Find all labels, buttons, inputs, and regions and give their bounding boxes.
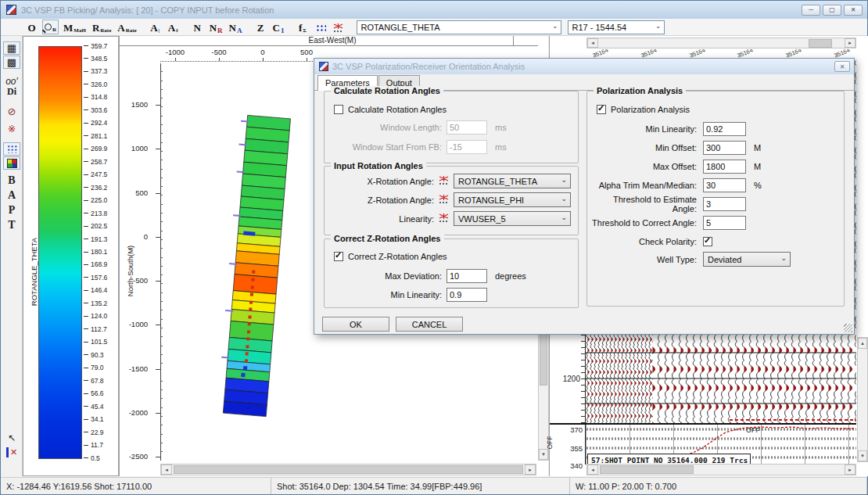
a-mode-icon[interactable]: A: [3, 188, 20, 202]
checkbox-label: Correct Z-Rotation Angles: [348, 252, 447, 261]
offset-curve-plot[interactable]: OFF 57:SHOT POINT NO 35164.000 219 Trcs: [585, 425, 856, 465]
scroll-right-icon[interactable]: [845, 465, 855, 475]
linearity-row: Linearity: VWUSER_5: [325, 211, 571, 226]
colorbar-tick: 359.7: [84, 41, 118, 50]
color-display-icon[interactable]: [3, 156, 20, 170]
min-linearity-field[interactable]: [447, 288, 487, 302]
colorbar-tick: 124.0: [84, 312, 118, 321]
scrollbar-thumb[interactable]: [809, 39, 832, 48]
z-rotation-row: Z-Rotation Angle: ROTANGLE_PHI: [325, 192, 571, 207]
colorbar-tick: 112.7: [84, 325, 118, 333]
max-offset-field[interactable]: [703, 160, 746, 174]
scroll-right-icon[interactable]: [525, 465, 536, 475]
calculate-rotation-checkbox[interactable]: [334, 105, 343, 114]
f-sum-icon[interactable]: fΣ: [295, 20, 310, 34]
amplitude-all-icon[interactable]: A‖: [166, 20, 181, 34]
colorbar-tick: 202.5: [84, 222, 118, 231]
amplitude-rate-icon[interactable]: ARate: [116, 20, 138, 34]
normalize-a-icon[interactable]: NA: [228, 20, 244, 34]
dialog-title-bar[interactable]: 3C VSP Polarization/Receiver Orientation…: [314, 59, 854, 74]
map-view-icon[interactable]: MMaH: [62, 20, 88, 34]
polarization-checkbox[interactable]: [597, 105, 606, 114]
threshold-correct-field[interactable]: [703, 216, 746, 230]
correct-z-row: Correct Z-Rotation Angles: [334, 249, 447, 264]
correct-z-checkbox[interactable]: [334, 252, 343, 261]
depth-tick-label: 1200: [554, 375, 580, 383]
check-polarity-checkbox[interactable]: [703, 237, 712, 246]
window-start-field[interactable]: [447, 140, 487, 154]
attribute-icon: [438, 213, 450, 223]
seismic-top-scrollbar[interactable]: [586, 38, 856, 48]
amplitude-single-icon[interactable]: A|: [148, 20, 163, 34]
b-mode-icon[interactable]: B: [3, 174, 20, 187]
no-edit-icon[interactable]: ⊘: [3, 105, 20, 118]
map-horizontal-scrollbar[interactable]: [160, 464, 536, 475]
attribute-icon[interactable]: [331, 20, 346, 34]
threshold-estimate-field[interactable]: [703, 197, 746, 211]
rotation-rate-icon[interactable]: RRate: [91, 20, 113, 34]
map-header: East-West(M): [120, 36, 538, 46]
side-toolbar: ▦ ▩ oo′ Di ⊘ ※ B A P T ↖ ✕: [1, 36, 23, 476]
main-toolbar: O R MMaH RRate ARate A| A‖ N NR NA Z C1 …: [1, 19, 867, 36]
z-rotation-select[interactable]: ROTANGLE_PHI: [454, 192, 571, 207]
window-title: 3C VSP FB Picking/ Analysis: [ 20] - COP…: [21, 5, 274, 15]
maximize-button[interactable]: [823, 5, 841, 16]
colorbar-tick: 22.9: [84, 428, 118, 436]
dot-grid-icon[interactable]: [3, 142, 20, 156]
dots-icon[interactable]: [313, 20, 328, 34]
dialog-close-icon[interactable]: [834, 61, 850, 72]
dialog-icon: [319, 62, 328, 71]
window-start-row: Window Start From FB: ms: [325, 139, 507, 154]
resize-grip[interactable]: [844, 324, 852, 332]
x-rotation-select[interactable]: ROTANGLE_THETA: [454, 174, 571, 188]
linearity-select[interactable]: VWUSER_5: [454, 211, 571, 226]
colorbar-tick: 168.9: [84, 260, 118, 269]
di-icon[interactable]: Di: [3, 85, 20, 99]
grid-icon[interactable]: ▩: [3, 56, 20, 69]
normalize-r-icon[interactable]: NR: [208, 20, 224, 34]
receiver-combobox[interactable]: R17 - 1544.54: [568, 20, 665, 34]
colorbar-ticks: 359.7348.5337.3326.0314.8303.6292.4281.1…: [84, 41, 118, 462]
zero-icon[interactable]: Z: [253, 20, 267, 34]
scroll-left-icon[interactable]: [587, 38, 598, 48]
rays-icon[interactable]: ※: [3, 122, 20, 135]
cursor-icon[interactable]: ↖: [3, 431, 20, 444]
scroll-left-icon[interactable]: [587, 465, 598, 475]
delete-pick-icon[interactable]: ✕: [3, 446, 20, 459]
scroll-right-icon[interactable]: [845, 38, 855, 48]
scroll-left-icon[interactable]: [161, 465, 172, 475]
p-mode-icon[interactable]: P: [3, 203, 20, 217]
cancel-button[interactable]: CANCEL: [396, 317, 463, 332]
minimize-button[interactable]: [802, 5, 820, 16]
max-deviation-row: Max Deviation: degrees: [325, 268, 526, 283]
max-deviation-field[interactable]: [447, 269, 487, 283]
well-type-select[interactable]: Deviated: [703, 252, 791, 267]
attribute-combobox[interactable]: ROTANGLE_THETA: [357, 20, 561, 34]
seismic-vertical-scrollbar[interactable]: [857, 337, 868, 462]
attribute-icon: [438, 175, 450, 185]
scroll-down-icon[interactable]: [858, 450, 867, 461]
colorbar-tick: 337.3: [84, 67, 118, 76]
ok-button[interactable]: OK: [322, 317, 389, 332]
zoom-icon[interactable]: R: [42, 20, 59, 34]
scrollbar-thumb[interactable]: [600, 465, 694, 474]
scroll-up-icon[interactable]: [858, 338, 867, 349]
input-rotation-group: Input Rotation Angles X-Rotation Angle: …: [324, 166, 579, 235]
min-linearity-field[interactable]: [703, 122, 746, 136]
scrollbar-thumb[interactable]: [174, 465, 523, 474]
max-offset-row: Max Offset: M: [587, 159, 761, 174]
min-offset-field[interactable]: [703, 141, 746, 155]
alpha-trim-field[interactable]: [703, 178, 746, 192]
colorbar-tick: 180.1: [84, 248, 118, 256]
trace-display-icon[interactable]: O: [24, 20, 39, 34]
map-x-tick: 500: [291, 48, 322, 57]
xy-plot-icon[interactable]: ▦: [3, 41, 20, 55]
seismic-bottom-scrollbar[interactable]: [586, 464, 856, 475]
c1-icon[interactable]: C1: [271, 20, 285, 34]
t-mode-icon[interactable]: T: [3, 218, 20, 231]
close-button[interactable]: [844, 5, 863, 16]
window-length-field[interactable]: [447, 120, 487, 135]
group-title: Polarization Analysis: [594, 86, 686, 95]
normalize-icon[interactable]: N: [190, 20, 205, 34]
scroll-down-icon[interactable]: [539, 449, 548, 460]
